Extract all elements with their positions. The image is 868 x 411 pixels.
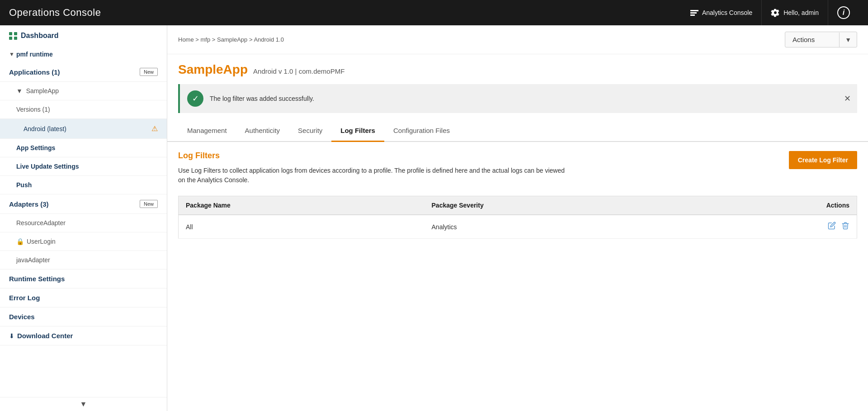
sampleapp-label: ▼ SampleApp xyxy=(9,87,59,94)
breadcrumb-mfp[interactable]: mfp xyxy=(201,36,211,43)
user-label: Hello, admin xyxy=(783,9,819,16)
applications-badge: New xyxy=(140,68,158,76)
table-header-row: Package Name Package Severity Actions xyxy=(179,196,857,215)
section-header-row: Log Filters Use Log Filters to collect a… xyxy=(178,151,857,185)
app-meta: Android v 1.0 | com.demoPMF xyxy=(253,67,344,75)
gear-icon xyxy=(771,8,780,17)
download-icon: ⬇ xyxy=(9,332,14,340)
main-layout: Dashboard ▼ pmf runtime Applications (1)… xyxy=(0,25,868,411)
download-center-label: Download Center xyxy=(17,332,73,340)
sidebar-item-runtime[interactable]: ▼ pmf runtime xyxy=(0,46,167,62)
user-menu-button[interactable]: Hello, admin xyxy=(761,0,828,25)
devices-label: Devices xyxy=(9,313,35,321)
close-banner-button[interactable]: ✕ xyxy=(844,94,851,104)
success-message: The log filter was added successfully. xyxy=(210,95,850,102)
col-package-name: Package Name xyxy=(179,196,425,215)
sidebar-item-app-settings[interactable]: App Settings xyxy=(0,139,167,157)
tabs-bar: Management Authenticity Security Log Fil… xyxy=(167,120,868,142)
sidebar-item-push[interactable]: Push xyxy=(0,176,167,194)
adapters-label: Adapters (3) xyxy=(9,200,49,208)
section-title: Log Filters xyxy=(178,151,567,161)
sidebar-item-resource-adapter[interactable]: ResourceAdapter xyxy=(0,214,167,232)
runtime-settings-label: Runtime Settings xyxy=(9,275,65,283)
log-filters-section: Log Filters Use Log Filters to collect a… xyxy=(167,142,868,248)
actions-label: Actions xyxy=(785,32,839,47)
app-header: SampleApp Android v 1.0 | com.demoPMF xyxy=(167,54,868,77)
error-log-label: Error Log xyxy=(9,294,40,302)
push-label: Push xyxy=(16,181,32,189)
cell-package-severity: Analytics xyxy=(425,215,700,239)
applications-label: Applications (1) xyxy=(9,68,60,76)
col-actions: Actions xyxy=(700,196,857,215)
cell-package-name: All xyxy=(179,215,425,239)
warning-icon: ⚠ xyxy=(151,124,158,133)
analytics-console-button[interactable]: Analytics Console xyxy=(681,0,761,25)
collapse-icon: ▼ xyxy=(9,51,14,57)
tab-authenticity[interactable]: Authenticity xyxy=(236,120,289,142)
success-banner: ✓ The log filter was added successfully.… xyxy=(178,84,857,113)
content-area: Home > mfp > SampleApp > Android 1.0 Act… xyxy=(167,25,868,411)
edit-icon[interactable] xyxy=(828,222,836,232)
navbar: Operations Console Analytics Console Hel… xyxy=(0,0,868,25)
navbar-right: Analytics Console Hello, admin i xyxy=(681,0,859,25)
actions-chevron-icon: ▼ xyxy=(839,33,857,47)
java-adapter-label: javaAdapter xyxy=(16,256,50,264)
delete-icon[interactable] xyxy=(841,222,849,232)
breadcrumb-sep2: > xyxy=(212,36,216,43)
tab-security[interactable]: Security xyxy=(289,120,331,142)
dashboard-icon xyxy=(9,32,17,40)
breadcrumb-sampleapp[interactable]: SampleApp xyxy=(217,36,247,43)
tab-configuration-files[interactable]: Configuration Files xyxy=(384,120,459,142)
sidebar-item-devices[interactable]: Devices xyxy=(0,307,167,326)
sidebar-item-adapters[interactable]: Adapters (3) New xyxy=(0,194,167,214)
lock-icon: 🔒 xyxy=(16,238,24,245)
breadcrumb-sep1: > xyxy=(195,36,199,43)
live-update-label: Live Update Settings xyxy=(16,163,79,170)
sidebar-item-download-center[interactable]: ⬇ Download Center xyxy=(0,326,167,345)
breadcrumb-sep3: > xyxy=(249,36,253,43)
breadcrumb-home[interactable]: Home xyxy=(178,36,194,43)
section-description: Use Log Filters to collect application l… xyxy=(178,166,567,185)
sidebar-item-live-update[interactable]: Live Update Settings xyxy=(0,157,167,176)
table-body: All Analytics xyxy=(179,215,857,239)
top-bar: Home > mfp > SampleApp > Android 1.0 Act… xyxy=(167,25,868,54)
sidebar-item-error-log[interactable]: Error Log xyxy=(0,288,167,307)
cell-actions xyxy=(700,215,857,239)
sidebar-item-dashboard[interactable]: Dashboard xyxy=(0,25,167,46)
sidebar-scroll-down[interactable]: ▼ xyxy=(0,397,167,411)
sidebar-item-runtime-settings[interactable]: Runtime Settings xyxy=(0,269,167,288)
sidebar-item-applications[interactable]: Applications (1) New xyxy=(0,62,167,82)
table-header: Package Name Package Severity Actions xyxy=(179,196,857,215)
actions-dropdown[interactable]: Actions ▼ xyxy=(785,32,857,47)
app-title: SampleApp Android v 1.0 | com.demoPMF xyxy=(178,62,857,77)
info-button[interactable]: i xyxy=(828,0,859,25)
info-icon: i xyxy=(837,6,850,19)
android-label: Android (latest) xyxy=(24,125,66,132)
success-check-icon: ✓ xyxy=(187,90,203,107)
brand-title: Operations Console xyxy=(9,7,101,19)
sidebar-item-sampleapp[interactable]: ▼ SampleApp xyxy=(0,82,167,100)
sidebar-item-user-login[interactable]: 🔒 UserLogin xyxy=(0,232,167,251)
section-info: Log Filters Use Log Filters to collect a… xyxy=(178,151,567,185)
tab-log-filters[interactable]: Log Filters xyxy=(331,120,384,142)
row-action-icons xyxy=(707,222,849,232)
sampleapp-collapse-icon: ▼ xyxy=(16,87,23,94)
sidebar-item-android[interactable]: Android (latest) ⚠ xyxy=(0,119,167,139)
sidebar-item-java-adapter[interactable]: javaAdapter xyxy=(0,251,167,269)
resource-adapter-label: ResourceAdapter xyxy=(16,219,66,227)
adapters-badge: New xyxy=(140,200,158,208)
col-package-severity: Package Severity xyxy=(425,196,700,215)
log-filters-table: Package Name Package Severity Actions Al… xyxy=(178,196,857,239)
tab-management[interactable]: Management xyxy=(178,120,236,142)
breadcrumb: Home > mfp > SampleApp > Android 1.0 xyxy=(178,36,284,43)
sidebar: Dashboard ▼ pmf runtime Applications (1)… xyxy=(0,25,167,411)
dashboard-label: Dashboard xyxy=(21,32,59,40)
app-settings-label: App Settings xyxy=(16,144,55,151)
create-log-filter-button[interactable]: Create Log Filter xyxy=(789,151,857,169)
runtime-label: pmf runtime xyxy=(16,51,53,58)
app-name: SampleApp xyxy=(178,62,248,77)
analytics-console-label: Analytics Console xyxy=(702,9,752,16)
versions-label: Versions (1) xyxy=(16,106,50,113)
table-row: All Analytics xyxy=(179,215,857,239)
sidebar-item-versions[interactable]: Versions (1) xyxy=(0,100,167,119)
